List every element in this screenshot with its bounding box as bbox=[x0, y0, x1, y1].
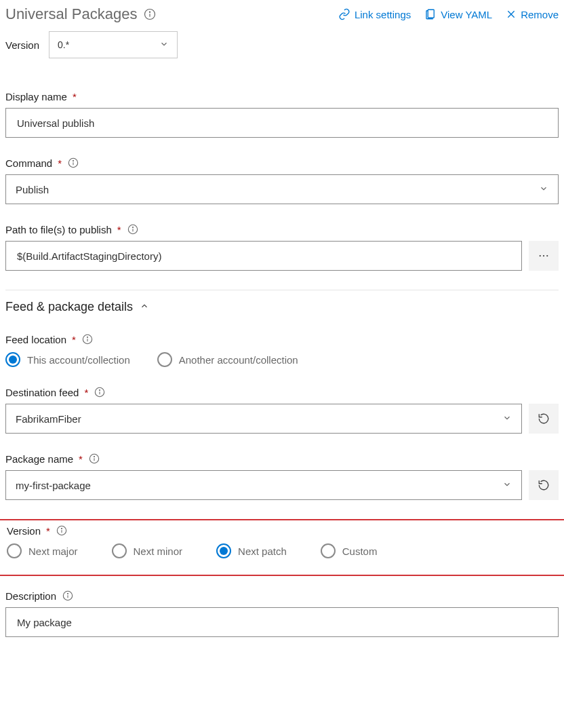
radio-this-account[interactable]: This account/collection bbox=[5, 352, 130, 367]
link-settings-label: Link settings bbox=[355, 9, 411, 20]
svg-point-12 bbox=[540, 255, 541, 256]
info-icon[interactable] bbox=[127, 223, 139, 235]
command-value: Publish bbox=[16, 184, 49, 195]
version-highlight: Version* Next major Next minor Next patc… bbox=[0, 519, 564, 576]
info-icon[interactable] bbox=[56, 524, 68, 537]
svg-point-20 bbox=[100, 389, 100, 390]
package-name-select[interactable]: my-first-package bbox=[5, 470, 522, 500]
display-name-input[interactable] bbox=[5, 108, 559, 138]
info-icon[interactable] bbox=[94, 386, 106, 398]
destination-feed-label: Destination feed* bbox=[5, 386, 559, 398]
task-version-select[interactable]: 0.* bbox=[49, 31, 178, 58]
package-name-label: Package name* bbox=[5, 453, 559, 465]
path-label: Path to file(s) to publish* bbox=[5, 223, 559, 235]
svg-point-13 bbox=[543, 255, 544, 256]
radio-custom[interactable]: Custom bbox=[321, 543, 378, 558]
version-label: Version* bbox=[7, 524, 557, 537]
chevron-down-icon bbox=[502, 413, 512, 425]
chevron-down-icon bbox=[539, 184, 548, 195]
info-icon[interactable] bbox=[81, 333, 94, 345]
svg-point-8 bbox=[73, 160, 74, 161]
page-header: Universal Packages Link settings View YA… bbox=[5, 5, 559, 23]
svg-rect-3 bbox=[428, 9, 435, 18]
path-input[interactable] bbox=[5, 241, 522, 271]
view-yaml-button[interactable]: View YAML bbox=[424, 8, 492, 20]
radio-next-minor[interactable]: Next minor bbox=[112, 543, 183, 558]
refresh-package-button[interactable] bbox=[529, 470, 559, 500]
svg-point-29 bbox=[67, 593, 68, 594]
task-version-label: Version bbox=[5, 39, 39, 51]
chevron-down-icon bbox=[159, 39, 169, 51]
info-icon[interactable] bbox=[62, 590, 74, 602]
remove-label: Remove bbox=[521, 9, 559, 20]
view-yaml-label: View YAML bbox=[441, 9, 492, 20]
svg-point-26 bbox=[61, 528, 62, 529]
chevron-down-icon bbox=[502, 480, 512, 491]
radio-next-patch[interactable]: Next patch bbox=[216, 543, 287, 558]
svg-point-23 bbox=[94, 456, 94, 457]
description-label: Description bbox=[5, 590, 559, 602]
section-feed-details[interactable]: Feed & package details bbox=[5, 290, 559, 314]
remove-button[interactable]: Remove bbox=[506, 8, 559, 20]
link-settings-button[interactable]: Link settings bbox=[338, 8, 411, 20]
svg-point-2 bbox=[150, 12, 150, 12]
display-name-label: Display name* bbox=[5, 91, 559, 102]
svg-point-17 bbox=[87, 337, 87, 337]
svg-point-11 bbox=[132, 227, 133, 227]
feed-location-label: Feed location* bbox=[5, 333, 559, 345]
destination-feed-value: FabrikamFiber bbox=[16, 413, 81, 425]
radio-next-major[interactable]: Next major bbox=[7, 543, 78, 558]
info-icon[interactable] bbox=[144, 8, 156, 20]
info-icon[interactable] bbox=[88, 453, 100, 465]
chevron-up-icon bbox=[140, 300, 149, 314]
browse-button[interactable] bbox=[529, 241, 559, 271]
svg-point-14 bbox=[546, 255, 548, 256]
description-input[interactable] bbox=[5, 607, 559, 637]
command-select[interactable]: Publish bbox=[5, 174, 559, 204]
task-version-value: 0.* bbox=[58, 39, 69, 50]
package-name-value: my-first-package bbox=[16, 480, 91, 491]
refresh-feed-button[interactable] bbox=[529, 404, 559, 434]
radio-another-account[interactable]: Another account/collection bbox=[157, 352, 298, 367]
destination-feed-select[interactable]: FabrikamFiber bbox=[5, 404, 522, 434]
info-icon[interactable] bbox=[67, 157, 79, 169]
page-title: Universal Packages bbox=[5, 5, 137, 23]
command-label: Command* bbox=[5, 157, 559, 169]
